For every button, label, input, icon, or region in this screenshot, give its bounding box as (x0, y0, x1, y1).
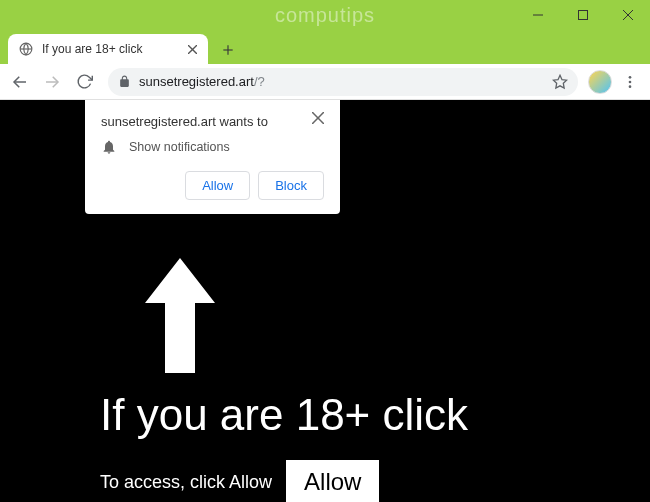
close-icon (623, 10, 633, 20)
svg-point-14 (629, 80, 632, 83)
minimize-icon (533, 10, 543, 20)
allow-button[interactable]: Allow (185, 171, 250, 200)
popup-title: sunsetregistered.art wants to (101, 114, 268, 129)
arrow-right-icon (43, 73, 61, 91)
watermark-text: computips (275, 4, 375, 27)
maximize-icon (578, 10, 588, 20)
address-bar[interactable]: sunsetregistered.art/? (108, 68, 578, 96)
browser-menu-button[interactable] (616, 68, 644, 96)
tab-strip: If you are 18+ click (0, 30, 650, 64)
tab-title: If you are 18+ click (42, 42, 176, 56)
arrow-up-graphic (140, 258, 220, 382)
forward-button[interactable] (38, 68, 66, 96)
back-button[interactable] (6, 68, 34, 96)
page-content: sunsetregistered.art wants to Show notif… (0, 100, 650, 502)
star-icon (552, 74, 568, 90)
url-text: sunsetregistered.art/? (139, 74, 544, 89)
close-icon (188, 45, 197, 54)
fake-allow-button[interactable]: Allow (286, 460, 379, 502)
lock-icon (118, 75, 131, 88)
svg-point-13 (629, 76, 632, 79)
url-host: sunsetregistered.art (139, 74, 254, 89)
bookmark-button[interactable] (552, 74, 568, 90)
svg-marker-12 (553, 75, 566, 88)
window-titlebar: computips (0, 0, 650, 30)
globe-icon (18, 41, 34, 57)
page-subline: To access, click Allow (100, 472, 272, 493)
profile-avatar[interactable] (588, 70, 612, 94)
window-controls (515, 0, 650, 30)
browser-toolbar: sunsetregistered.art/? (0, 64, 650, 100)
browser-tab[interactable]: If you are 18+ click (8, 34, 208, 64)
notification-permission-popup: sunsetregistered.art wants to Show notif… (85, 100, 340, 214)
minimize-button[interactable] (515, 0, 560, 30)
maximize-button[interactable] (560, 0, 605, 30)
reload-icon (76, 73, 93, 90)
svg-point-15 (629, 85, 632, 88)
plus-icon (221, 43, 235, 57)
tab-close-button[interactable] (184, 41, 200, 57)
bell-icon (101, 139, 117, 155)
page-headline: If you are 18+ click (100, 390, 468, 440)
new-tab-button[interactable] (214, 36, 242, 64)
url-path: /? (254, 74, 265, 89)
close-window-button[interactable] (605, 0, 650, 30)
subline-row: To access, click Allow Allow (100, 460, 379, 502)
dots-vertical-icon (622, 74, 638, 90)
popup-close-button[interactable] (312, 112, 324, 126)
reload-button[interactable] (70, 68, 98, 96)
close-icon (312, 112, 324, 124)
arrow-left-icon (11, 73, 29, 91)
block-button[interactable]: Block (258, 171, 324, 200)
permission-label: Show notifications (129, 140, 230, 154)
svg-rect-1 (578, 11, 587, 20)
